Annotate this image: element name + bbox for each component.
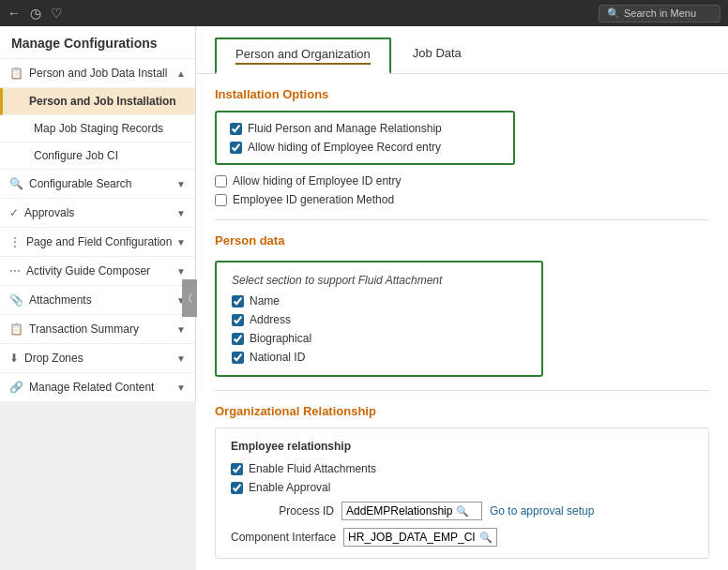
sidebar: Manage Configurations 📋 Person and Job D… [0,26,196,402]
installation-options-title: Installation Options [215,87,709,101]
employee-relationship-box: Employee relationship Enable Fluid Attac… [215,428,709,559]
sidebar-group-header-transaction[interactable]: 📋 Transaction Summary ▼ [0,315,195,344]
configurable-search-chevron: ▼ [176,179,186,189]
tab-job-data[interactable]: Job Data [393,38,481,73]
page-field-chevron: ▼ [176,237,186,248]
process-id-input-wrapper: AddEMPRelationship 🔍 [341,502,482,520]
sidebar-collapse-button[interactable]: 〈 [182,279,197,317]
approvals-label: Approvals [24,206,74,219]
manage-related-left: 🔗 Manage Related Content [9,381,154,394]
org-relationship-section: Organizational Relationship Employee rel… [196,391,728,570]
attachments-left: 📎 Attachments [9,293,92,307]
sidebar-group-configurable-search: 🔍 Configurable Search ▼ [0,170,195,199]
approvals-icon: ✓ [9,206,19,219]
manage-related-label: Manage Related Content [29,381,154,394]
checkbox-name-row: Name [232,294,526,308]
checkbox-biographical[interactable] [232,333,244,345]
drop-zones-icon: ⬇ [9,352,19,365]
sidebar-group-header-attachments[interactable]: 📎 Attachments ▼ [0,286,195,315]
sidebar-group-approvals: ✓ Approvals ▼ [0,199,195,228]
search-placeholder: Search in Menu [624,8,696,19]
sidebar-item-person-job-installation[interactable]: Person and Job Installation [0,88,195,115]
configurable-search-left: 🔍 Configurable Search [9,177,131,190]
checkbox-allow-hiding-emp-record[interactable] [230,142,242,154]
activity-guide-left: ⋯ Activity Guide Composer [9,264,150,278]
sidebar-group-drop-zones: ⬇ Drop Zones ▼ [0,344,195,373]
tabs-container: Person and Organization Job Data [196,26,728,74]
checkbox-enable-approval[interactable] [231,482,243,494]
checkbox-allow-hiding-emp-id-row: Allow hiding of Employee ID entry [215,174,709,188]
page-field-icon: ⋮ [9,235,21,248]
manage-related-chevron: ▼ [176,382,186,393]
process-id-search-icon[interactable]: 🔍 [456,505,469,518]
attachments-label: Attachments [29,293,92,307]
process-id-row: Process ID AddEMPRelationship 🔍 Go to ap… [231,502,693,520]
sidebar-group-header-page-field[interactable]: ⋮ Page and Field Configuration ▼ [0,228,195,257]
person-data-fluid-label: Select section to support Fluid Attachme… [232,274,526,287]
checkbox-emp-id-gen[interactable] [215,194,227,206]
component-interface-value: HR_JOB_DATA_EMP_CI [348,531,476,544]
person-data-title: Person data [215,233,709,248]
checkbox-allow-hiding-emp-id[interactable] [215,175,227,188]
sidebar-item-configure-job-ci[interactable]: Configure Job CI [0,142,195,170]
checkbox-name[interactable] [232,295,244,308]
drop-zones-left: ⬇ Drop Zones [9,352,83,365]
activity-guide-label: Activity Guide Composer [26,264,150,278]
go-to-approval-link[interactable]: Go to approval setup [490,504,594,518]
checkbox-national-id[interactable] [232,352,244,364]
approvals-chevron: ▼ [176,208,186,218]
tab-person-org[interactable]: Person and Organization [215,38,391,74]
page-field-label: Page and Field Configuration [26,235,172,248]
drop-zones-label: Drop Zones [24,352,83,365]
checkbox-allow-hiding-emp-record-row: Allow hiding of Employee Record entry [230,141,500,154]
sidebar-group-page-field: ⋮ Page and Field Configuration ▼ [0,228,195,257]
sidebar-group-header-approvals[interactable]: ✓ Approvals ▼ [0,199,195,228]
checkbox-name-label: Name [250,294,280,308]
history-icon[interactable]: ◷ [30,6,41,21]
person-job-chevron: ▲ [176,68,186,79]
component-interface-input-wrapper: HR_JOB_DATA_EMP_CI 🔍 [343,528,497,547]
checkbox-emp-id-gen-row: Employee ID generation Method [215,193,709,206]
back-icon[interactable]: ← [8,6,21,21]
sidebar-group-header-drop-zones[interactable]: ⬇ Drop Zones ▼ [0,344,195,373]
installation-options-section: Installation Options Fluid Person and Ma… [196,74,728,219]
sidebar-group-transaction: 📋 Transaction Summary ▼ [0,315,195,344]
checkbox-address-label: Address [250,313,291,326]
person-data-box: Select section to support Fluid Attachme… [215,261,543,377]
checkbox-allow-hiding-emp-record-label: Allow hiding of Employee Record entry [248,141,441,154]
top-navigation: ← ◷ ♡ 🔍 Search in Menu [0,0,728,26]
sidebar-item-map-job-staging[interactable]: Map Job Staging Records [0,115,195,142]
checkbox-fluid-person[interactable] [230,123,242,135]
unchecked-options: Allow hiding of Employee ID entry Employ… [215,174,709,206]
component-interface-search-icon[interactable]: 🔍 [479,532,493,544]
sidebar-group-left: 📋 Person and Job Data Install [9,67,167,80]
page-field-left: ⋮ Page and Field Configuration [9,235,172,248]
search-icon: 🔍 [607,8,620,20]
component-interface-row: Component Interface HR_JOB_DATA_EMP_CI 🔍 [231,528,693,547]
sidebar-group-header-configurable-search[interactable]: 🔍 Configurable Search ▼ [0,170,195,199]
search-box[interactable]: 🔍 Search in Menu [599,5,720,22]
sidebar-wrapper: Manage Configurations 📋 Person and Job D… [0,26,196,570]
sidebar-group-header-person-job[interactable]: 📋 Person and Job Data Install ▲ [0,59,195,88]
person-job-group-label: Person and Job Data Install [29,67,167,80]
main-content: Person and Organization Job Data Install… [196,26,728,570]
checkbox-address[interactable] [232,314,244,326]
org-relationship-title: Organizational Relationship [215,404,709,418]
drop-zones-chevron: ▼ [176,353,186,364]
checkbox-enable-fluid-attachments[interactable] [231,463,243,475]
transaction-chevron: ▼ [176,324,186,335]
sidebar-group-header-manage-related[interactable]: 🔗 Manage Related Content ▼ [0,373,195,402]
installation-options-box: Fluid Person and Manage Relationship All… [215,111,515,165]
checkbox-biographical-label: Biographical [250,332,311,345]
checkbox-fluid-person-label: Fluid Person and Manage Relationship [248,122,442,135]
checkbox-national-id-row: National ID [232,351,526,364]
manage-related-icon: 🔗 [9,381,23,394]
activity-guide-chevron: ▼ [176,266,186,277]
configurable-search-icon: 🔍 [9,177,23,190]
sidebar-group-activity-guide: ⋯ Activity Guide Composer ▼ [0,257,195,286]
approvals-left: ✓ Approvals [9,206,74,219]
sidebar-group-header-activity-guide[interactable]: ⋯ Activity Guide Composer ▼ [0,257,195,286]
sidebar-title: Manage Configurations [0,26,195,59]
favorite-icon[interactable]: ♡ [51,6,63,21]
sidebar-group-attachments: 📎 Attachments ▼ [0,286,195,315]
